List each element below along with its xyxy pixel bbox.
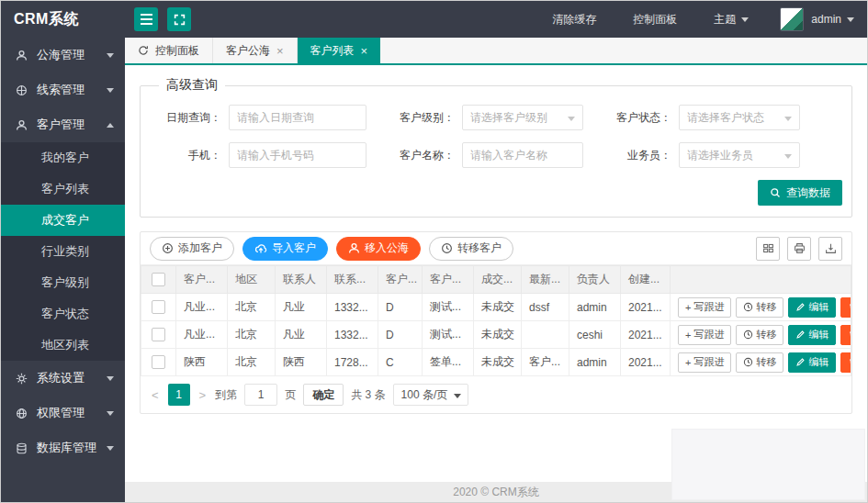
gear-icon <box>16 373 29 385</box>
topbar-right: 清除缓存 控制面板 主题 admin <box>534 7 867 31</box>
sidebar-item-public-sea[interactable]: 公海管理 <box>1 38 125 73</box>
sidebar-item-permissions[interactable]: 权限管理 <box>1 396 125 430</box>
col-latest: 最新... <box>522 266 569 294</box>
sidebar-item-customers[interactable]: 客户管理 <box>1 107 125 142</box>
sidebar-item-closed-customers[interactable]: 成交客户 <box>1 205 125 236</box>
sidebar-item-system-settings[interactable]: 系统设置 <box>1 361 125 396</box>
prev-page-button[interactable]: < <box>150 388 161 402</box>
control-panel-link[interactable]: 控制面板 <box>614 12 695 28</box>
close-icon[interactable]: × <box>276 44 284 58</box>
customer-name-input[interactable] <box>462 142 583 168</box>
follow-up-button[interactable]: +写跟进 <box>678 325 731 345</box>
goto-prefix-label: 到第 <box>215 387 237 403</box>
app-logo: CRM系统 <box>1 10 125 29</box>
trash-icon <box>848 357 851 367</box>
salesman-select[interactable]: 请选择业务员 <box>679 142 800 168</box>
phone-input[interactable] <box>229 142 366 168</box>
page-size-select[interactable]: 100 条/页 <box>393 384 469 406</box>
transfer-customer-button[interactable]: 转移客户 <box>429 237 513 261</box>
advanced-query-panel: 高级查询 日期查询： 客户级别： 请选择客户级别 客户状态： 请选择客户状态 手… <box>140 77 852 218</box>
date-query-input[interactable] <box>229 105 366 130</box>
tab-control-panel[interactable]: 控制面板 <box>125 38 213 63</box>
import-customer-button[interactable]: 导入客户 <box>242 237 328 261</box>
transfer-button[interactable]: 转移 <box>736 352 783 373</box>
delete-button[interactable]: 删除 <box>840 352 851 373</box>
tab-bar: 控制面板 客户公海 × 客户列表 × <box>125 38 867 65</box>
tab-customer-sea[interactable]: 客户公海 × <box>213 38 298 63</box>
database-icon <box>16 442 29 454</box>
sidebar-item-customer-list[interactable]: 客户列表 <box>1 173 125 205</box>
sidebar-item-customer-level[interactable]: 客户级别 <box>1 267 125 298</box>
select-all-checkbox[interactable] <box>152 273 165 286</box>
row-checkbox[interactable] <box>152 300 165 314</box>
chevron-down-icon <box>784 154 792 159</box>
export-icon <box>825 242 837 254</box>
row-checkbox[interactable] <box>152 355 165 369</box>
columns-filter-button[interactable] <box>756 237 780 261</box>
user-dropdown[interactable]: admin <box>811 13 854 26</box>
col-deal: 成交... <box>474 266 522 294</box>
move-to-public-sea-button[interactable]: 移入公海 <box>336 237 421 261</box>
customer-status-select[interactable]: 请选择客户状态 <box>679 105 800 130</box>
printer-icon <box>794 242 806 254</box>
sidebar-item-my-customers[interactable]: 我的客户 <box>1 142 125 173</box>
tab-customer-list[interactable]: 客户列表 × <box>298 38 381 63</box>
chevron-down-icon <box>784 117 792 121</box>
plus-icon: + <box>685 330 691 341</box>
pencil-icon <box>795 330 806 340</box>
refresh-icon <box>138 45 149 56</box>
chevron-up-icon <box>107 123 114 128</box>
export-button[interactable] <box>818 237 842 261</box>
user-icon <box>16 119 29 131</box>
crm-app-window: CRM系统 清除缓存 控制面板 主题 admin 公海管理 线索管理 <box>0 0 868 503</box>
follow-up-button[interactable]: +写跟进 <box>678 297 731 318</box>
columns-icon <box>762 242 774 254</box>
fullscreen-button[interactable] <box>167 7 191 31</box>
sidebar-item-region-list[interactable]: 地区列表 <box>1 330 125 361</box>
print-button[interactable] <box>787 237 811 261</box>
sidebar-item-leads[interactable]: 线索管理 <box>1 73 125 107</box>
date-query-label: 日期查询： <box>152 110 229 126</box>
add-customer-button[interactable]: 添加客户 <box>150 237 234 261</box>
pencil-icon <box>795 302 806 312</box>
hamburger-icon <box>141 14 152 25</box>
chevron-down-icon <box>107 53 114 58</box>
goto-page-input[interactable] <box>244 384 277 406</box>
chevron-down-icon <box>107 376 114 381</box>
delete-button[interactable]: 删除 <box>840 325 851 345</box>
col-owner: 负责人 <box>569 266 621 294</box>
search-data-button[interactable]: 查询数据 <box>758 180 842 206</box>
customer-table: 客户... 地区 联系人 联系... 客户... 客户... 成交... 最新.… <box>141 265 851 376</box>
chevron-down-icon <box>741 17 749 22</box>
col-contact-phone: 联系... <box>327 266 378 294</box>
close-icon[interactable]: × <box>361 44 368 58</box>
edit-button[interactable]: 编辑 <box>788 297 836 318</box>
trash-icon <box>848 302 851 312</box>
edit-button[interactable]: 编辑 <box>788 325 836 345</box>
sidebar-item-industry-category[interactable]: 行业类别 <box>1 236 125 267</box>
goto-confirm-button[interactable]: 确定 <box>303 384 344 406</box>
sidebar-item-customer-status[interactable]: 客户状态 <box>1 298 125 330</box>
theme-dropdown[interactable]: 主题 <box>695 12 767 28</box>
row-checkbox[interactable] <box>152 328 165 341</box>
plus-icon: + <box>685 302 691 313</box>
avatar[interactable] <box>780 7 804 31</box>
delete-button[interactable]: 删除 <box>840 297 851 318</box>
edit-button[interactable]: 编辑 <box>788 352 836 373</box>
next-page-button[interactable]: > <box>197 388 209 402</box>
salesman-label: 业务员： <box>594 148 679 163</box>
follow-up-button[interactable]: +写跟进 <box>678 352 731 373</box>
collapse-sidebar-button[interactable] <box>134 7 158 31</box>
col-created: 创建... <box>621 266 671 294</box>
customer-level-select[interactable]: 请选择客户级别 <box>462 105 583 130</box>
customer-name-label: 客户名称： <box>378 148 462 163</box>
search-icon <box>770 187 781 198</box>
transfer-button[interactable]: 转移 <box>736 325 783 345</box>
transfer-button[interactable]: 转移 <box>736 297 783 318</box>
sidebar-item-database[interactable]: 数据库管理 <box>1 430 125 465</box>
clear-cache-link[interactable]: 清除缓存 <box>534 12 614 28</box>
total-count-label: 共 3 条 <box>351 387 385 403</box>
customer-submenu: 我的客户 客户列表 成交客户 行业类别 客户级别 客户状态 地区列表 <box>1 142 125 361</box>
col-customer-level: 客户... <box>378 266 423 294</box>
current-page-button[interactable]: 1 <box>168 384 190 406</box>
